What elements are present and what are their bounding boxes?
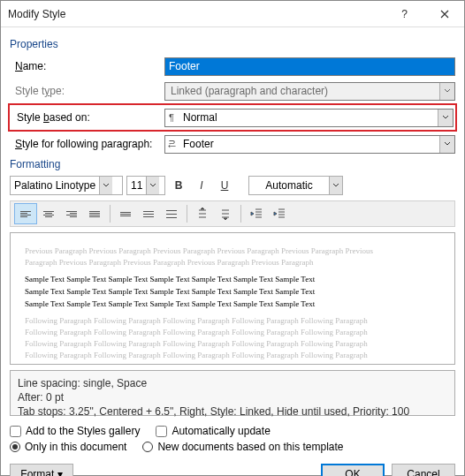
paragraph-icon: ¶: [165, 112, 178, 123]
style-type-combo: Linked (paragraph and character): [164, 82, 455, 101]
para-format-toolbar: [10, 200, 455, 227]
titlebar: Modify Style ?: [1, 1, 464, 27]
based-on-combo[interactable]: ¶ Normal: [164, 109, 454, 127]
ok-button[interactable]: OK: [321, 464, 385, 476]
description-box: Line spacing: single, Space After: 0 pt …: [10, 370, 455, 416]
space-before-inc-button[interactable]: [191, 203, 214, 224]
modify-style-dialog: Modify Style ? Properties Name: Footer S…: [0, 0, 465, 476]
line-spacing-2-button[interactable]: [160, 203, 183, 224]
underline-button[interactable]: U: [215, 176, 234, 195]
align-justify-button[interactable]: [83, 203, 106, 224]
new-docs-radio[interactable]: New documents based on this template: [142, 441, 343, 453]
following-label: Style for following paragraph:: [10, 138, 164, 150]
help-button[interactable]: ?: [385, 1, 424, 26]
add-to-gallery-checkbox[interactable]: Add to the Styles gallery: [10, 425, 140, 437]
bold-button[interactable]: B: [169, 176, 188, 195]
following-combo[interactable]: ⥻ Footer: [164, 135, 455, 154]
char-format-toolbar: Palatino Linotype 11 B I U Automatic: [10, 176, 455, 195]
window-title: Modify Style: [8, 8, 385, 20]
align-center-button[interactable]: [37, 203, 60, 224]
properties-section-label: Properties: [10, 38, 455, 50]
cancel-button[interactable]: Cancel: [392, 464, 455, 476]
only-this-doc-radio[interactable]: Only in this document: [10, 441, 126, 453]
chevron-down-icon[interactable]: [438, 110, 453, 126]
style-type-label: Style type:: [10, 85, 164, 97]
indent-dec-button[interactable]: [245, 203, 268, 224]
chevron-down-icon[interactable]: [329, 177, 342, 194]
font-combo[interactable]: Palatino Linotype: [10, 176, 123, 195]
chevron-down-icon: [439, 83, 454, 100]
based-on-row: Style based on: ¶ Normal: [10, 105, 455, 130]
align-left-button[interactable]: [14, 203, 37, 224]
line-spacing-15-button[interactable]: [137, 203, 160, 224]
auto-update-checkbox[interactable]: Automatically update: [156, 425, 270, 437]
italic-button[interactable]: I: [192, 176, 211, 195]
chevron-down-icon[interactable]: [99, 177, 112, 194]
font-color-combo[interactable]: Automatic: [248, 176, 343, 195]
name-input[interactable]: Footer: [164, 57, 455, 76]
chevron-down-icon[interactable]: [439, 136, 454, 153]
close-button[interactable]: [424, 1, 464, 26]
paragraph-icon: ⥻: [165, 139, 178, 150]
space-before-dec-button[interactable]: [214, 203, 237, 224]
font-size-combo[interactable]: 11: [126, 176, 165, 195]
preview-box: Previous Paragraph Previous Paragraph Pr…: [10, 232, 455, 365]
based-on-label: Style based on:: [11, 111, 164, 124]
name-label: Name:: [10, 60, 164, 72]
format-button[interactable]: Format ▾: [10, 464, 73, 476]
formatting-section-label: Formatting: [10, 158, 455, 170]
align-right-button[interactable]: [60, 203, 83, 224]
chevron-down-icon[interactable]: [146, 177, 159, 194]
indent-inc-button[interactable]: [268, 203, 291, 224]
line-spacing-1-button[interactable]: [114, 203, 137, 224]
